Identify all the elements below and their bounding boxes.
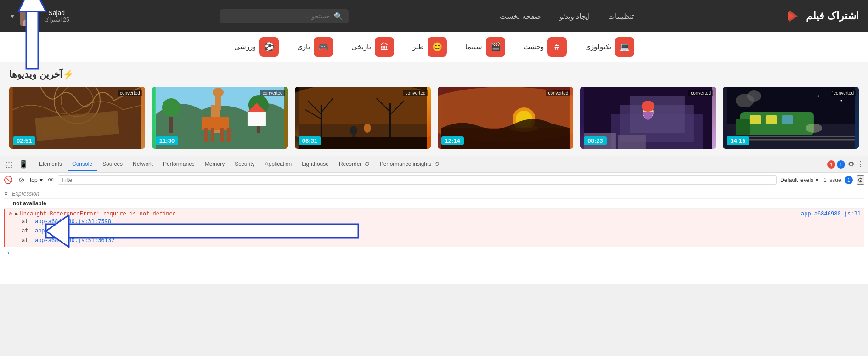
video-thumb-4[interactable]: converted 06:31 [295, 87, 431, 149]
info-badge: 1 [837, 160, 845, 169]
cat-label-horror: وحشت [524, 43, 544, 51]
video-thumb-2[interactable]: converted 08:23 [580, 87, 716, 149]
tab-security[interactable]: Security [230, 158, 259, 171]
svg-rect-59 [204, 128, 208, 142]
tab-network[interactable]: Network [128, 158, 158, 171]
brand-area: اشتراک فیلم [785, 8, 859, 24]
tab-perf-insights[interactable]: Performance insights ⏱ [375, 158, 444, 171]
live-expressions-btn[interactable]: 👁 [48, 176, 54, 184]
video-thumb-3[interactable]: converted 12:14 [438, 87, 574, 149]
cat-label-comedy: طنز [412, 43, 424, 51]
console-settings-btn[interactable]: ⚙ [857, 175, 864, 185]
stack-link-3[interactable]: app-a6846980.js:51:36132 [35, 237, 114, 243]
console-clear-btn[interactable]: 🚫 [4, 175, 13, 184]
video-duration-2: 08:23 [584, 136, 606, 145]
context-selector[interactable]: top ▼ [30, 177, 44, 183]
cat-item-horror[interactable]: # وحشت [519, 34, 571, 59]
stack-link-2[interactable]: app-a6846980.js:1:23 [35, 227, 101, 234]
issue-badge: 1 [845, 176, 853, 184]
devtools-more-btn[interactable]: ⋮ [857, 160, 864, 169]
tab-memory[interactable]: Memory [200, 158, 229, 171]
user-name: Sajad [44, 9, 69, 17]
error-stack: at app-a6846980.js:31:7598 at app-a68469… [9, 217, 861, 245]
error-toggle-btn[interactable]: ▶ [15, 210, 18, 217]
error-icon: ⊗ [9, 210, 12, 217]
cat-item-cinema[interactable]: 🎬 سینما [461, 34, 510, 59]
tab-recorder[interactable]: Recorder ⏱ [334, 158, 374, 171]
search-icon: 🔍 [334, 12, 343, 21]
nav-home[interactable]: صفحه نخست [500, 12, 541, 21]
console-input[interactable] [12, 249, 861, 255]
devtools-settings-btn[interactable]: ⚙ [848, 160, 854, 169]
console-content: ✕ Expression not available ⊗ ▶ Uncaught … [0, 187, 868, 284]
stack-link-1[interactable]: app-a6846980.js:31:7598 [35, 218, 111, 225]
error-link[interactable]: app-a6846980.js:31 [801, 210, 861, 217]
video-inner-2: converted 08:23 [580, 87, 716, 149]
user-sub: 25 اشتراک [44, 17, 69, 23]
svg-point-48 [350, 126, 357, 135]
inspect-element-btn[interactable]: ⬚ [4, 159, 14, 170]
video-thumb-6[interactable]: converted 02:51 [9, 87, 145, 149]
filter-input[interactable] [58, 175, 777, 185]
devtools-tab-icons: ⬚ 📱 [4, 159, 30, 170]
filter-toggle-btn[interactable]: ⊘ [17, 175, 26, 185]
recorder-icon: ⏱ [365, 161, 370, 167]
nav-create[interactable]: ایجاد ویدئو [559, 12, 590, 21]
avatar[interactable] [20, 6, 39, 26]
tab-application[interactable]: Application [260, 158, 297, 171]
cat-item-game[interactable]: 🎮 بازی [293, 34, 338, 59]
expression-close-btn[interactable]: ✕ [4, 191, 8, 197]
section-header: ⚡ آخرین ویدیوها [9, 69, 859, 80]
cat-icon-game: 🎮 [314, 37, 333, 57]
svg-rect-74 [40, 115, 114, 137]
context-arrow-icon: ▼ [39, 177, 44, 183]
svg-rect-30 [618, 135, 646, 149]
devtools-panel: ⬚ 📱 Elements Console Sources Network Per… [0, 156, 868, 284]
cat-item-comedy[interactable]: 😊 طنز [408, 34, 451, 59]
section-title: آخرین ویدیوها [9, 69, 62, 80]
tab-elements[interactable]: Elements [34, 158, 67, 171]
cat-item-sports[interactable]: ⚽ ورزشی [230, 34, 283, 59]
cat-item-historical[interactable]: 🏛 تاریخی [347, 34, 399, 59]
video-duration-5: 11:30 [156, 136, 178, 145]
category-navigation: 💻 تکنولوژی # وحشت 🎬 سینما 😊 طنز 🏛 تاریخی… [0, 32, 868, 62]
cat-icon-sports: ⚽ [259, 37, 279, 57]
video-inner-1: converted 14:15 [723, 87, 859, 149]
dropdown-arrow-icon[interactable]: ▼ [9, 12, 16, 20]
not-available-row: not available [4, 199, 864, 209]
svg-rect-60 [211, 128, 214, 142]
svg-rect-14 [782, 115, 793, 124]
error-main: ⊗ ▶ Uncaught ReferenceError: require is … [9, 210, 861, 217]
svg-point-64 [162, 98, 180, 117]
svg-point-28 [642, 101, 654, 112]
video-duration-6: 02:51 [13, 136, 35, 145]
tab-performance[interactable]: Performance [158, 158, 199, 171]
svg-point-19 [818, 96, 819, 97]
video-label-6: converted [118, 90, 142, 96]
cat-item-tech[interactable]: 💻 تکنولوژی [581, 34, 639, 59]
stack-line-2: at app-a6846980.js:1:23 [22, 226, 861, 235]
video-inner-4: converted 06:31 [295, 87, 431, 149]
content-area: ⚡ آخرین ویدیوها [0, 62, 868, 156]
default-levels-selector[interactable]: Default levels ▼ [780, 177, 820, 183]
video-thumb-5[interactable]: converted 11:30 [152, 87, 288, 149]
nav-settings[interactable]: تنظیمات [608, 12, 634, 21]
search-area: 🔍 [220, 9, 349, 23]
expression-row: ✕ Expression [4, 189, 864, 199]
cat-icon-tech: 💻 [615, 37, 634, 57]
video-label-3: converted [546, 90, 570, 96]
top-navigation: اشتراک فیلم تنظیمات ایجاد ویدئو صفحه نخس… [0, 0, 868, 32]
video-thumb-1[interactable]: converted 14:15 [723, 87, 859, 149]
avatar-image [20, 6, 39, 26]
tab-console[interactable]: Console [68, 158, 97, 171]
search-input[interactable] [238, 12, 330, 20]
svg-point-22 [806, 124, 822, 133]
console-input-row: › [4, 247, 864, 258]
tab-sources[interactable]: Sources [98, 158, 127, 171]
tab-lighthouse[interactable]: Lighthouse [297, 158, 333, 171]
cat-icon-comedy: 😊 [428, 37, 447, 57]
svg-rect-12 [750, 115, 761, 124]
perf-insights-icon: ⏱ [434, 161, 440, 167]
device-toolbar-btn[interactable]: 📱 [17, 159, 30, 170]
svg-rect-11 [736, 119, 750, 135]
